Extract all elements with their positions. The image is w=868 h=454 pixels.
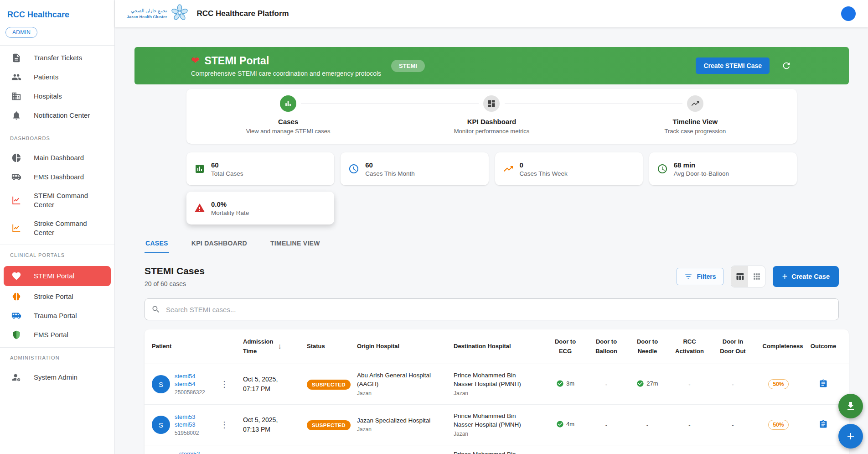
user-avatar[interactable] [841,6,856,21]
door-to-ecg-cell: 3m [545,380,586,389]
stats-row: 60Total Cases 60Cases This Month 0Cases … [186,152,797,185]
sidebar-item-main-dashboard[interactable]: Main Dashboard [0,148,114,167]
workflow-stepper: Cases View and manage STEMI cases KPI Da… [186,89,797,144]
bar-chart-icon [194,163,205,174]
sidebar-item-stemi-portal[interactable]: STEMI Portal [4,266,111,286]
table-row: S stemi53 stemi53 51958002 Oct 5, 2025, … [145,405,849,445]
people-icon [11,72,21,82]
stat-cases-this-month: 60Cases This Month [341,152,488,185]
check-circle-icon [556,420,564,428]
patient-name-link[interactable]: stemi53 [175,421,199,429]
step-cases[interactable]: Cases View and manage STEMI cases [186,95,390,135]
section-title-administration: ADMINISTRATION [0,348,114,365]
sidebar-item-ems-dashboard[interactable]: EMS Dashboard [0,167,114,187]
col-door-to-ecg: Door to ECG [545,337,586,355]
patient-name-link[interactable]: stemi54 [175,380,205,388]
section-title-clinical-portals: CLINICAL PORTALS [0,245,114,262]
table-view-toggle[interactable] [731,266,748,287]
download-icon [845,401,856,412]
origin-hospital: Jazan Specialized Hospital Jazan [357,416,454,434]
brand-title: RCC Healthcare [0,0,114,27]
kebab-menu-icon[interactable] [218,420,230,430]
sidebar-item-notification-center[interactable]: Notification Center [0,106,114,125]
sidebar-item-stemi-command-center[interactable]: STEMI Command Center [0,187,114,214]
role-badge: ADMIN [5,27,37,38]
patient-name-link[interactable]: stemi52 [179,450,200,454]
page-title: RCC Healthcare Platform [197,9,289,18]
step-kpi-dashboard[interactable]: KPI Dashboard Monitor performance metric… [390,95,593,135]
origin-hospital: Abu Arish General Hospital (AAGH) Jazan [357,371,454,398]
sidebar-item-hospitals[interactable]: Hospitals [0,87,114,106]
admission-time: Oct 5, 2025, 07:17 PM [243,375,307,394]
grid-view-icon [752,272,761,281]
filter-icon [684,272,692,281]
destination-hospital: Prince Mohammed Bin Nasser Hospital (PMN… [454,371,545,398]
tab-bar: CASES KPI DASHBOARD TIMELINE VIEW [134,234,849,253]
filters-button[interactable]: Filters [677,268,723,285]
door-to-needle-cell: 27m [627,380,668,389]
status-badge: SUSPECTED [307,380,351,390]
patient-name-link[interactable]: stemi53 [175,413,199,421]
destination-hospital: Prince Mohammed Bin Nasser [454,450,545,454]
sidebar-item-patients[interactable]: Patients [0,68,114,87]
bar-chart-icon [280,95,296,112]
door-in-door-out-cell: - [711,381,754,388]
sidebar-item-stroke-portal[interactable]: Stroke Portal [0,287,114,306]
admission-time: Oct 5, 2025, 07:13 PM [243,415,307,434]
sidebar: RCC Healthcare ADMIN Transfer Tickets Pa… [0,0,115,454]
bell-icon [11,110,21,120]
add-case-fab[interactable] [838,424,863,449]
col-rcc-activation: RCC Activation [668,337,711,355]
outcome-report-icon[interactable] [819,420,828,429]
completeness-badge: 50% [768,379,788,389]
door-to-ecg-cell: 4m [545,420,586,429]
brain-icon [11,292,21,302]
outcome-report-icon[interactable] [819,379,828,388]
table-row: stemi52 Prince Mohammed Bin Nasser [145,445,849,454]
patient-name-link[interactable]: stemi54 [175,372,205,381]
trending-up-icon [503,163,514,174]
sidebar-item-stroke-command-center[interactable]: Stroke Command Center [0,214,114,242]
sidebar-item-ems-portal[interactable]: EMS Portal [0,325,114,344]
tab-timeline-view[interactable]: TIMELINE VIEW [269,234,321,253]
col-status: Status [307,342,357,351]
download-fab[interactable] [838,394,863,418]
col-origin-hospital: Origin Hospital [357,342,454,351]
create-stemi-case-button[interactable]: Create STEMI Case [696,57,770,74]
view-toggle-group [731,266,765,287]
ambulance-icon [11,311,21,321]
pie-chart-icon [11,153,21,163]
search-input[interactable] [165,305,832,314]
sidebar-item-system-admin[interactable]: System Admin [0,368,114,387]
flower-logo-icon [170,4,189,24]
refresh-icon[interactable] [781,61,791,71]
tab-cases[interactable]: CASES [145,234,169,253]
jazan-health-cluster-logo: تجمع جازان الصحي Jazan Health Cluster [127,4,189,24]
main-area: تجمع جازان الصحي Jazan Health Cluster [115,0,868,454]
table-header-row: Patient Admission Time Status Origin Hos… [145,329,849,364]
plus-icon [782,271,787,282]
sort-descending-icon[interactable] [278,341,307,352]
clock-icon [348,163,359,174]
door-to-balloon-cell: - [586,422,627,428]
cases-title: STEMI Cases [145,266,205,277]
status-badge: SUSPECTED [307,420,351,430]
kebab-menu-icon[interactable] [218,379,230,389]
shield-icon [11,330,21,340]
warning-icon [194,203,205,214]
tab-kpi-dashboard[interactable]: KPI DASHBOARD [191,234,248,253]
step-timeline-view[interactable]: Timeline View Track case progression [594,95,797,135]
col-patient: Patient [152,342,243,351]
top-header: تجمع جازان الصحي Jazan Health Cluster [115,0,868,27]
sidebar-item-transfer-tickets[interactable]: Transfer Tickets [0,48,114,68]
grid-view-toggle[interactable] [748,266,765,287]
col-door-in-door-out: Door In Door Out [711,337,754,355]
search-icon [151,305,160,314]
add-icon [845,431,856,442]
col-door-to-balloon: Door to Balloon [586,337,627,355]
col-completeness: Completeness [754,342,802,351]
patient-avatar: S [152,375,170,393]
banner-subtitle: Comprehensive STEMI care coordination an… [191,70,381,77]
sidebar-item-trauma-portal[interactable]: Trauma Portal [0,306,114,325]
create-case-button[interactable]: Create Case [773,266,839,287]
